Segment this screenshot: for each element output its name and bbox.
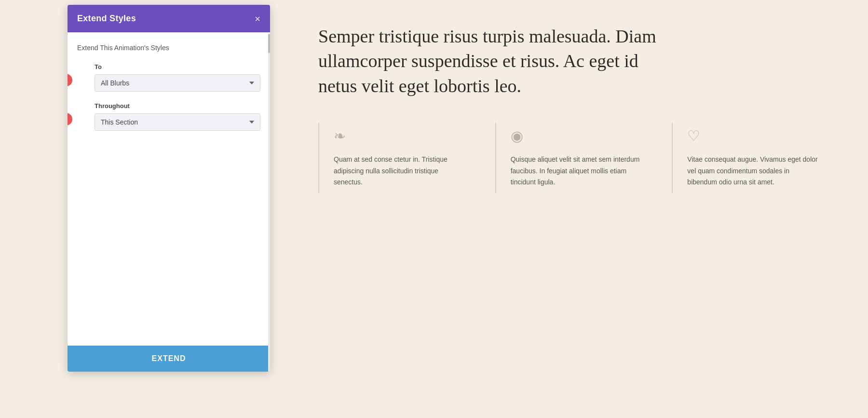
to-select[interactable]: All Blurbs This Section This Module All … (95, 74, 260, 92)
blurb-item-1: ❧ Quam at sed conse ctetur in. Tristique… (318, 123, 486, 193)
extend-styles-modal: Extend Styles × Extend This Animation's … (68, 5, 270, 372)
blurb-text-1: Quam at sed conse ctetur in. Tristique a… (334, 154, 466, 188)
scroll-thumb (268, 34, 270, 53)
modal-footer: Extend (68, 346, 270, 372)
blurb-icon-1: ❧ (334, 127, 466, 144)
blurb-icon-3: ♡ (687, 127, 820, 144)
step-2-badge: 2 (68, 113, 72, 125)
throughout-label: Throughout (95, 102, 260, 110)
hero-text: Semper tristique risus turpis malesuada.… (318, 24, 665, 98)
to-field-group: 1 To All Blurbs This Section This Module… (77, 63, 260, 92)
modal-body: Extend This Animation's Styles 1 To All … (68, 32, 270, 346)
blurb-item-3: ♡ Vitae consequat augue. Vivamus eget do… (672, 123, 839, 193)
blurb-item-2: ◉ Quisque aliquet velit sit amet sem int… (495, 123, 663, 193)
blurb-text-3: Vitae consequat augue. Vivamus eget dolo… (687, 154, 820, 188)
blurb-text-2: Quisque aliquet velit sit amet sem inter… (511, 154, 643, 188)
modal-header: Extend Styles × (68, 5, 270, 32)
blurbs-row: ❧ Quam at sed conse ctetur in. Tristique… (318, 123, 839, 193)
throughout-select[interactable]: This Section Entire Page All Pages (95, 113, 260, 131)
throughout-field-group: 2 Throughout This Section Entire Page Al… (77, 102, 260, 131)
close-button[interactable]: × (255, 14, 260, 24)
modal-subtitle: Extend This Animation's Styles (77, 44, 260, 52)
scroll-indicator (268, 34, 270, 372)
content-area: Semper tristique risus turpis malesuada.… (289, 0, 868, 418)
modal-title: Extend Styles (77, 14, 136, 24)
to-label: To (95, 63, 260, 70)
extend-button[interactable]: Extend (68, 346, 270, 372)
step-1-badge: 1 (68, 74, 72, 86)
blurb-icon-2: ◉ (511, 127, 643, 144)
